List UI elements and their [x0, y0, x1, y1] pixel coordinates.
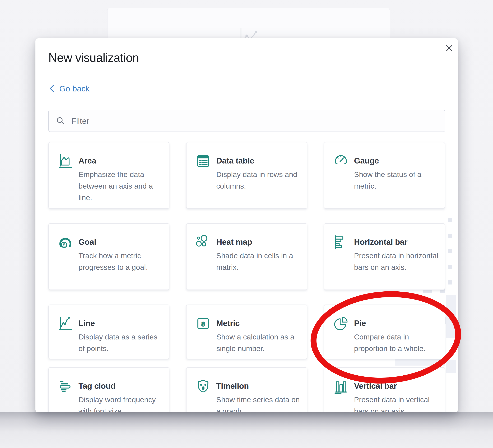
- new-visualization-modal: New visualization Go back: [35, 38, 458, 412]
- data-table-icon: [195, 153, 211, 169]
- card-timelion[interactable]: Timelion Show time series data on a grap…: [186, 367, 307, 412]
- card-line[interactable]: Line Display data as a series of points.: [48, 304, 169, 359]
- page-gradient-band: [0, 412, 493, 448]
- horizontal-bar-icon: [333, 234, 349, 250]
- vertical-bar-icon: [333, 378, 349, 394]
- search-icon: [56, 116, 65, 126]
- card-gauge[interactable]: Gauge Show the status of a metric.: [324, 142, 445, 209]
- tag-cloud-icon: [57, 378, 73, 394]
- svg-text:8: 8: [63, 243, 65, 247]
- goal-icon: 8: [57, 234, 73, 250]
- chevron-left-icon: [48, 84, 56, 93]
- timelion-icon: [195, 378, 211, 394]
- card-data-table[interactable]: Data table Display data in rows and colu…: [186, 142, 307, 209]
- pie-chart-icon: [333, 316, 349, 332]
- filter-input[interactable]: [65, 110, 445, 132]
- card-area[interactable]: Area Emphasize the data between an axis …: [48, 142, 169, 209]
- go-back-link[interactable]: Go back: [48, 84, 90, 93]
- card-vertical-bar[interactable]: Vertical bar Present data in vertical ba…: [324, 367, 445, 412]
- go-back-label: Go back: [59, 84, 90, 93]
- card-metric[interactable]: 8 Metric Show a calculation as a single …: [186, 304, 307, 359]
- metric-icon: 8: [195, 316, 211, 332]
- card-horizontal-bar[interactable]: Horizontal bar Present data in horizonta…: [324, 223, 445, 290]
- heat-map-icon: [195, 234, 211, 250]
- close-icon[interactable]: [444, 43, 454, 53]
- card-heat-map[interactable]: Heat map Shade data in cells in a matrix…: [186, 223, 307, 290]
- line-chart-icon: [57, 316, 73, 332]
- card-tag-cloud[interactable]: Tag cloud Display word frequency with fo…: [48, 367, 169, 412]
- svg-text:8: 8: [202, 320, 205, 328]
- area-chart-icon: [57, 153, 73, 169]
- gauge-icon: [333, 153, 349, 169]
- card-goal[interactable]: 8 Goal Track how a metric progresses to …: [48, 223, 169, 290]
- filter-search-box: [48, 110, 445, 132]
- modal-title: New visualization: [48, 51, 139, 65]
- page: New visualization Go back: [0, 0, 493, 448]
- card-pie[interactable]: Pie Compare data in proportion to a whol…: [324, 304, 445, 359]
